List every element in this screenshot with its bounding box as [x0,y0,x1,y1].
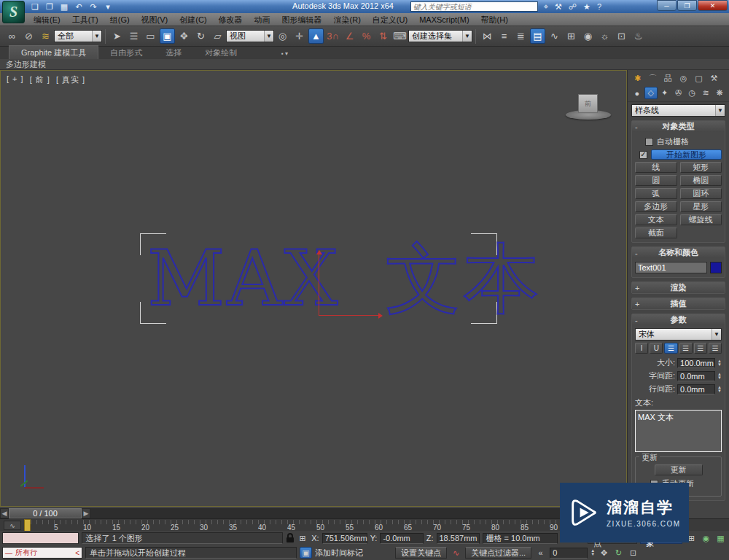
tab-object-paint[interactable]: 对象绘制 [193,46,249,59]
button-ngon[interactable]: 多边形 [635,201,677,212]
gizmo-y-axis[interactable] [319,253,319,316]
button-section[interactable]: 截面 [635,228,677,238]
keyboard-override-icon[interactable]: ⌨ [392,28,408,44]
minimize-button[interactable]: ─ [657,0,677,11]
font-dropdown[interactable]: 宋体 ▼ [635,328,722,341]
create-tab-icon[interactable]: ✱ [631,72,644,85]
update-button[interactable]: 更新 [655,464,703,475]
display-tab-icon[interactable]: ▢ [692,72,706,85]
cameras-icon[interactable]: ✇ [672,87,685,99]
ribbon-minimize[interactable]: ▪ ▾ [262,47,292,59]
snap-3d-icon[interactable]: 3∩ [325,28,340,44]
new-key-mode-icon[interactable]: ∿ [450,547,462,559]
menu-maxscript[interactable]: MAXScript(M) [413,13,475,26]
go-to-start-icon[interactable]: « [534,547,547,559]
utilities-tab-icon[interactable]: ⚒ [707,72,721,85]
rollout-interpolation-header[interactable]: + 插值 [632,298,725,309]
menu-group[interactable]: 组(G) [104,13,136,26]
named-selection-dropdown[interactable]: 全部 ▼ [54,30,102,42]
rect-region-icon[interactable]: ▭ [143,28,158,44]
object-name-field[interactable]: Text001 [635,262,707,273]
button-rectangle[interactable]: 矩形 [680,162,722,173]
move-icon[interactable]: ✥ [176,28,192,44]
menu-views[interactable]: 视图(V) [136,13,174,26]
rendered-frame-icon[interactable]: ⊡ [614,28,629,44]
qat-dropdown-icon[interactable]: ▾ [102,2,114,12]
rollout-object-type-header[interactable]: - 对象类型 [632,121,725,132]
y-coordinate-field[interactable]: -0.0mm [380,533,423,544]
wrench-icon[interactable]: ⚒ [555,2,562,12]
button-donut[interactable]: 圆环 [680,188,722,199]
object-color-swatch[interactable] [710,262,722,273]
align-right-button[interactable]: ☰ [694,343,707,354]
z-coordinate-field[interactable]: 18.587mm [437,533,480,544]
pivot-surface-icon[interactable]: ▲ [308,28,324,44]
spinner-icon[interactable]: ▲▼ [717,386,722,393]
select-object-icon[interactable]: ➤ [109,28,125,44]
undo-icon[interactable]: ↶ [73,2,85,12]
italic-button[interactable]: I [635,343,648,354]
align-icon[interactable]: ≡ [496,28,512,44]
menu-graph-editors[interactable]: 图形编辑器 [276,13,328,26]
app-logo-icon[interactable]: S [2,1,25,23]
button-circle[interactable]: 圆 [635,175,677,186]
select-by-name-icon[interactable]: ☰ [126,28,141,44]
button-line[interactable]: 线 [635,162,677,173]
maximize-viewport-icon[interactable]: ⊡ [627,547,639,559]
open-file-icon[interactable]: ❐ [44,2,55,12]
scale-icon[interactable]: ▱ [210,28,225,44]
search-input[interactable] [410,1,538,12]
rollout-parameters-header[interactable]: - 参数 [632,314,725,325]
button-ellipse[interactable]: 椭圆 [680,175,722,186]
angle-snap-icon[interactable]: ∠ [342,28,357,44]
maxscript-mini-listener[interactable]: — 所有行 < [2,547,82,559]
selection-lock-icon[interactable] [286,533,294,543]
add-time-tag-icon[interactable]: ▣ [300,547,312,559]
redo-icon[interactable]: ↷ [87,2,99,12]
align-justify-button[interactable]: ☰ [709,343,722,354]
communication-center-icon[interactable]: ☍ [569,2,577,12]
ribbon-minimize-icon[interactable]: ▪ ▾ [281,50,288,59]
viewcube-cube[interactable]: 前 [578,94,598,113]
select-manipulate-icon[interactable]: ✛ [292,28,307,44]
unlink-selection-icon[interactable]: ⊘ [21,28,36,44]
text-spline-object[interactable]: MAX 文本 [147,239,542,319]
kerning-field[interactable]: 0.0mm [677,371,715,381]
shapes-icon[interactable]: ◇ [644,87,658,99]
curve-editor-icon[interactable]: ∿ [547,28,562,44]
leading-field[interactable]: 0.0mm [677,384,715,394]
menu-animation[interactable]: 动画 [249,13,276,26]
rotate-icon[interactable]: ↻ [193,28,208,44]
rollout-rendering-header[interactable]: + 渲染 [632,282,725,293]
set-key-button[interactable]: 设置关键点 [395,547,447,559]
reference-coordinate-dropdown[interactable]: 视图 ▼ [226,30,274,42]
material-editor-icon[interactable]: ◉ [580,28,596,44]
search-binoculars-icon[interactable]: ⌖ [544,2,548,12]
geometry-icon[interactable]: ● [631,87,644,99]
menu-rendering[interactable]: 渲染(R) [328,13,367,26]
graphite-ribbon-toggle-icon[interactable]: ▤ [530,28,545,44]
text-content-area[interactable]: MAX 文本 [635,410,722,452]
size-field[interactable]: 100.0mm [677,358,715,368]
spinner-icon[interactable]: ▲▼ [717,359,722,367]
render-production-icon[interactable]: ♨ [631,28,646,44]
mini-curve-editor-icon[interactable]: ∿ [4,521,21,530]
autogrid-checkbox[interactable] [645,138,653,146]
button-helix[interactable]: 螺旋线 [680,214,722,225]
favorites-star-icon[interactable]: ★ [583,2,590,12]
schematic-view-icon[interactable]: ⊞ [564,28,579,44]
ribbon-panel-label[interactable]: 多边形建模 [6,59,46,70]
subcategory-dropdown[interactable]: 样条线 ▼ [631,104,725,117]
time-slider-handle[interactable]: 0 / 100 [9,508,82,518]
mirror-icon[interactable]: ⋈ [480,28,495,44]
tab-freeform[interactable]: 自由形式 [98,46,154,59]
spacewarps-icon[interactable]: ≋ [699,87,712,99]
spinner-snap-icon[interactable]: ⇅ [375,28,391,44]
systems-icon[interactable]: ❋ [713,87,726,99]
current-frame-marker[interactable] [24,519,31,532]
select-and-link-icon[interactable]: ∞ [4,28,20,44]
button-star[interactable]: 星形 [680,201,722,212]
layer-manager-icon[interactable]: ≣ [513,28,529,44]
time-slider-track[interactable] [90,508,628,518]
use-pivot-center-icon[interactable]: ◎ [275,28,290,44]
